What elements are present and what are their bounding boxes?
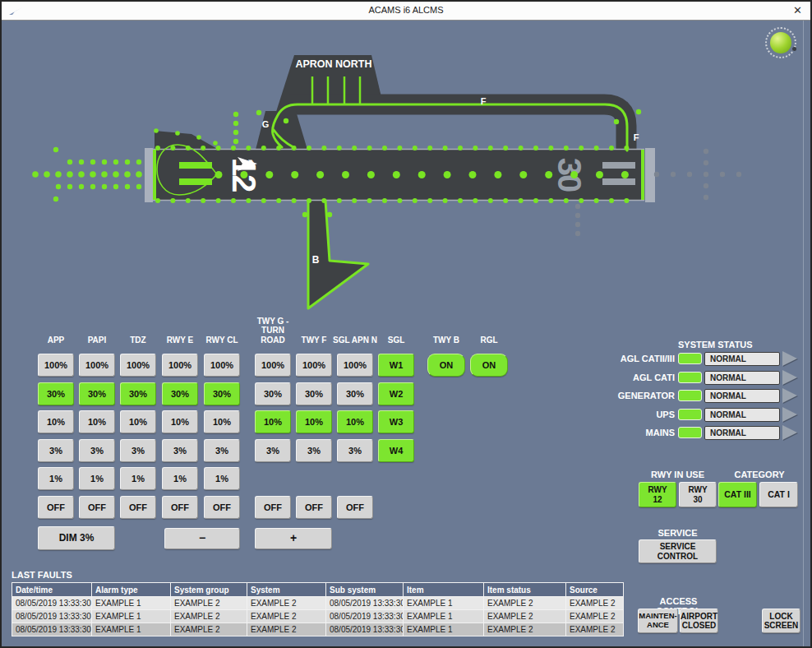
runway-edge-light <box>307 146 311 150</box>
papi-100pct-button[interactable]: 100% <box>79 354 115 377</box>
sgl-apn-n-100pct-button[interactable]: 100% <box>337 354 373 377</box>
papi-10pct-button[interactable]: 10% <box>79 410 115 433</box>
rwy-cl-100pct-button[interactable]: 100% <box>204 354 240 377</box>
app-10pct-button[interactable]: 10% <box>38 410 74 433</box>
knob-notch <box>792 47 796 51</box>
threshold-bar-right <box>641 150 644 200</box>
twy-f-30pct-button[interactable]: 30% <box>296 382 332 405</box>
app-30pct-button[interactable]: 30% <box>38 382 74 405</box>
sgl-w3-button[interactable]: W3 <box>378 410 414 433</box>
airport-closed-button[interactable]: AIRPORT CLOSED <box>680 609 718 633</box>
status-arrow-agl-cati[interactable] <box>782 370 797 385</box>
approach-light <box>53 147 58 152</box>
runway-centerline-light <box>316 171 324 178</box>
twy-g-turn-road-off-button[interactable]: OFF <box>255 496 291 519</box>
sgl-apn-n-10pct-button[interactable]: 10% <box>337 410 373 433</box>
master-brightness-knob[interactable] <box>765 27 796 58</box>
runway-edge-light <box>216 198 221 203</box>
cat-iii-button[interactable]: CAT III <box>718 482 757 507</box>
runway-edge-light <box>216 146 221 150</box>
rwy-e-30pct-button[interactable]: 30% <box>162 382 198 405</box>
papi-off-button[interactable]: OFF <box>79 496 115 519</box>
tdz-10pct-button[interactable]: 10% <box>120 410 156 433</box>
fault-row[interactable]: 08/05/2019 13:33:30EXAMPLE 1EXAMPLE 2EXA… <box>12 623 624 636</box>
runway-edge-light <box>519 198 524 203</box>
status-label-agl-cati: AGL CATI <box>573 373 675 382</box>
sgl-apn-n-30pct-button[interactable]: 30% <box>337 382 373 405</box>
sgl-w1-button[interactable]: W1 <box>378 354 414 377</box>
runway-edge-light <box>458 146 463 150</box>
rwy-e-off-button[interactable]: OFF <box>162 496 198 519</box>
app-100pct-button[interactable]: 100% <box>38 354 74 377</box>
sgl-apn-n-3pct-button[interactable]: 3% <box>337 439 373 462</box>
rwy-cl-1pct-button[interactable]: 1% <box>204 467 240 490</box>
maintenance-button[interactable]: MAINTEN- ANCE <box>638 609 678 633</box>
app-1pct-button[interactable]: 1% <box>38 467 74 490</box>
taxiway-f-label: F <box>481 96 487 106</box>
rwy-cl-off-button[interactable]: OFF <box>204 496 240 519</box>
twy-g-turn-road-100pct-button[interactable]: 100% <box>255 354 291 377</box>
fault-row[interactable]: 08/05/2019 13:33:30EXAMPLE 1EXAMPLE 2EXA… <box>12 610 624 623</box>
runway-centerline-light <box>570 171 578 178</box>
runway-edge-light <box>488 198 493 203</box>
twy-f-off-button[interactable]: OFF <box>296 496 332 519</box>
status-arrow-mains[interactable] <box>782 425 797 440</box>
approach-light-inactive <box>704 160 708 165</box>
app-3pct-button[interactable]: 3% <box>38 439 74 462</box>
service-control-button[interactable]: SERVICE CONTROL <box>639 539 717 563</box>
fault-row[interactable]: 08/05/2019 13:33:30EXAMPLE 1EXAMPLE 2EXA… <box>12 597 624 610</box>
twy-f-100pct-button[interactable]: 100% <box>296 354 332 377</box>
status-value-generator: NORMAL <box>704 389 780 403</box>
app-off-button[interactable]: OFF <box>38 496 74 519</box>
fault-cell: EXAMPLE 2 <box>484 610 566 623</box>
lead-on-light <box>233 130 238 135</box>
tdz-100pct-button[interactable]: 100% <box>120 354 156 377</box>
fault-cell: 08/05/2019 13:33:30 <box>326 623 404 636</box>
status-value-agl-catii-iii: NORMAL <box>704 352 780 366</box>
twy-f-10pct-button[interactable]: 10% <box>296 410 332 433</box>
rwy-e-1pct-button[interactable]: 1% <box>162 467 198 490</box>
twy-f-3pct-button[interactable]: 3% <box>296 439 332 462</box>
rwy-12-button[interactable]: RWY 12 <box>639 482 676 507</box>
dim-3pct-button[interactable]: DIM 3% <box>38 526 115 550</box>
threshold-marking <box>179 162 212 169</box>
rwy-e-3pct-button[interactable]: 3% <box>162 439 198 462</box>
twy-g-turn-road-10pct-button[interactable]: 10% <box>255 410 291 433</box>
status-led-agl-cati <box>678 372 702 383</box>
papi-1pct-button[interactable]: 1% <box>79 467 115 490</box>
twy-b-on-button[interactable]: ON <box>427 354 465 377</box>
rwy-cl-3pct-button[interactable]: 3% <box>204 439 240 462</box>
tdz-1pct-button[interactable]: 1% <box>120 467 156 490</box>
rwy-30-button[interactable]: RWY 30 <box>679 482 717 507</box>
status-arrow-generator[interactable] <box>782 388 797 403</box>
approach-light <box>113 184 118 189</box>
rwy-cl-10pct-button[interactable]: 10% <box>204 410 240 433</box>
fault-cell: EXAMPLE 1 <box>404 597 484 610</box>
rwy-e-100pct-button[interactable]: 100% <box>162 354 198 377</box>
intensity-decrease-button[interactable]: − <box>164 528 240 549</box>
tdz-30pct-button[interactable]: 30% <box>120 382 156 405</box>
rwy-e-10pct-button[interactable]: 10% <box>162 410 198 433</box>
sgl-apn-n-off-button[interactable]: OFF <box>337 496 373 519</box>
rgl-on-button[interactable]: ON <box>470 354 508 377</box>
status-label-ups: UPS <box>573 410 675 419</box>
runway-edge-light <box>624 146 629 150</box>
tdz-3pct-button[interactable]: 3% <box>120 439 156 462</box>
tdz-off-button[interactable]: OFF <box>120 496 156 519</box>
status-arrow-ups[interactable] <box>782 407 797 422</box>
status-arrow-agl-catii-iii[interactable] <box>782 351 797 366</box>
intensity-increase-button[interactable]: + <box>255 528 332 549</box>
status-led-mains <box>678 427 702 438</box>
twy-g-turn-road-30pct-button[interactable]: 30% <box>255 382 291 405</box>
runway-edge-light <box>352 146 357 150</box>
rwy-cl-30pct-button[interactable]: 30% <box>204 382 240 405</box>
sgl-w2-button[interactable]: W2 <box>378 382 414 405</box>
window-title: ACAMS i6 ALCMS <box>2 5 810 15</box>
papi-30pct-button[interactable]: 30% <box>79 382 115 405</box>
close-icon[interactable]: ✕ <box>793 4 802 16</box>
lock-screen-button[interactable]: LOCK SCREEN <box>762 609 800 633</box>
twy-g-turn-road-3pct-button[interactable]: 3% <box>255 439 291 462</box>
papi-3pct-button[interactable]: 3% <box>79 439 115 462</box>
sgl-w4-button[interactable]: W4 <box>378 439 414 462</box>
cat-i-button[interactable]: CAT I <box>759 482 798 507</box>
